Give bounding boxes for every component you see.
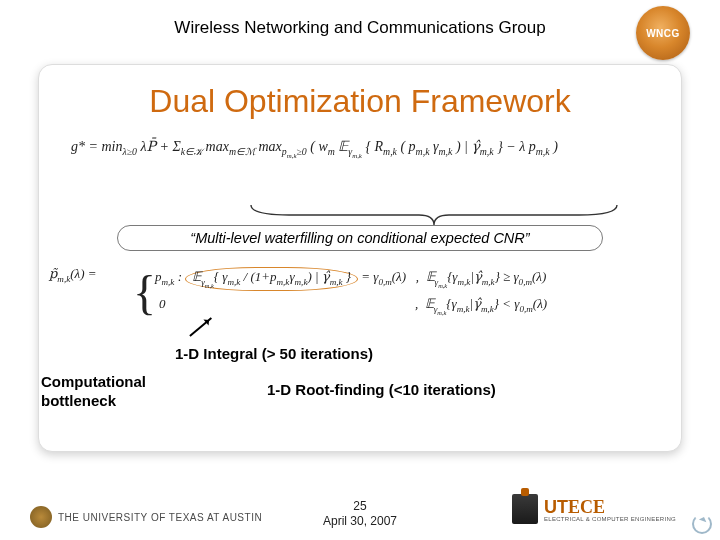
annotation-integral: 1-D Integral (> 50 iterations) xyxy=(175,345,373,362)
page-number: 25 xyxy=(353,499,366,513)
slide-title: Dual Optimization Framework xyxy=(67,83,653,120)
equation-main: g* = minλ≥0 λP̄ + Σk∈𝒦 maxm∈ℳ maxpm,k≥0 … xyxy=(71,138,653,159)
ut-tower-icon xyxy=(512,494,538,524)
left-brace-icon: { xyxy=(133,259,156,326)
piecewise-row-2: 0 , 𝔼γm,k{γm,k|γ̂m,k} < γ0,m(λ) xyxy=(159,295,166,313)
equation-piecewise: p̃m,k(λ) = { pm,k : 𝔼γm,k{ γm,k / (1+pm,… xyxy=(49,265,97,285)
header-group-name: Wireless Networking and Communications G… xyxy=(0,18,720,38)
ut-ece-logo: UTECE ELECTRICAL & COMPUTER ENGINEERING xyxy=(512,492,676,526)
utece-ut: UT xyxy=(544,497,568,517)
wncg-logo: WNCG xyxy=(636,6,690,60)
piecewise-row-1: pm,k : 𝔼γm,k{ γm,k / (1+pm,kγm,k) | γ̂m,… xyxy=(155,267,546,291)
slide-card: Dual Optimization Framework g* = minλ≥0 … xyxy=(38,64,682,452)
reload-icon[interactable] xyxy=(692,514,712,534)
utece-ece: ECE xyxy=(568,497,605,517)
annotation-rootfinding: 1-D Root-finding (<10 iterations) xyxy=(267,381,496,398)
fraction-highlight: 𝔼γm,k{ γm,k / (1+pm,kγm,k) | γ̂m,k } xyxy=(185,267,358,291)
footer-date: April 30, 2007 xyxy=(323,514,397,528)
piecewise-lhs: p̃m,k(λ) = xyxy=(49,266,97,281)
utece-subtitle: ELECTRICAL & COMPUTER ENGINEERING xyxy=(544,516,676,522)
annotation-bottleneck: Computational bottleneck xyxy=(41,373,146,411)
quote-text: “Multi-level waterfilling on conditional… xyxy=(117,225,603,251)
curly-brace-icon xyxy=(249,203,619,227)
